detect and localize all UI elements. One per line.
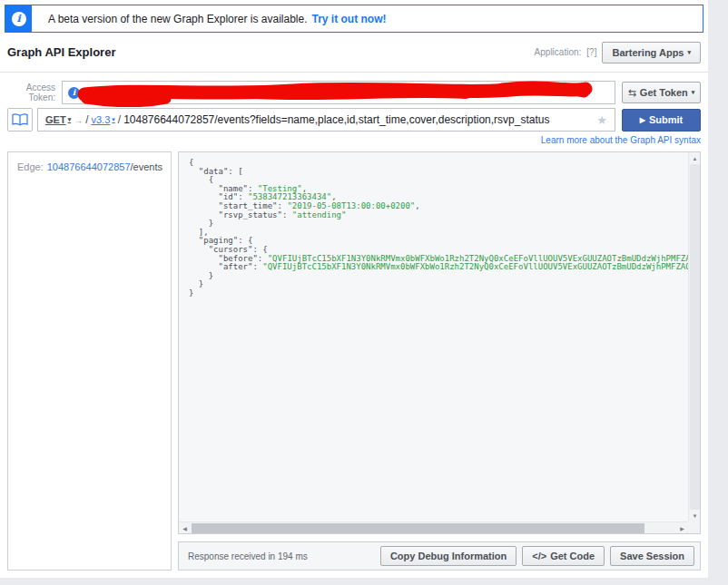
info-icon-glyph: i xyxy=(16,14,20,24)
response-footer: Response received in 194 ms Copy Debug I… xyxy=(178,541,701,570)
token-exchange-icon: ⇆ xyxy=(628,87,636,99)
scroll-left-icon[interactable]: ◀ xyxy=(179,522,191,534)
submit-button[interactable]: ▶ Submit xyxy=(622,109,701,132)
access-token-row: Access Token: i ⇆ Get Token ▾ xyxy=(7,81,701,104)
play-icon: ▶ xyxy=(640,116,645,124)
edge-panel: Edge:104876644072857/events xyxy=(7,151,172,570)
application-label: Application: xyxy=(535,47,582,57)
copy-debug-button[interactable]: Copy Debug Information xyxy=(380,546,516,566)
horizontal-scrollbar-thumb[interactable] xyxy=(192,523,644,533)
response-json: { "data": [ { "name": "Testing", "id": "… xyxy=(179,152,688,522)
graph-api-explorer-app: i A beta version of the new Graph Explor… xyxy=(0,0,708,578)
arrow-icon: → xyxy=(74,115,83,125)
redacted-token-scribble xyxy=(75,80,598,107)
save-session-button[interactable]: Save Session xyxy=(610,546,694,566)
vertical-scrollbar[interactable]: ▲ ▼ xyxy=(688,152,700,522)
scroll-right-icon[interactable]: ▶ xyxy=(676,522,688,534)
chevron-down-icon: ▾ xyxy=(112,116,115,123)
request-row: GET ▾ → / v3.3 ▾ / 104876644072857/event… xyxy=(7,108,701,132)
access-token-input[interactable]: i xyxy=(62,81,615,104)
method-selector[interactable]: GET ▾ xyxy=(45,114,71,125)
path-slash: / xyxy=(85,113,88,126)
response-time: Response received in 194 ms xyxy=(184,551,308,561)
try-it-out-link[interactable]: Try it out now! xyxy=(312,13,387,25)
application-help-link[interactable]: [?] xyxy=(586,47,596,57)
footer-buttons: Copy Debug Information </> Get Code Save… xyxy=(380,546,694,566)
vertical-scrollbar-thumb[interactable] xyxy=(690,164,700,510)
header-right: Application: [?] Bartering Apps ▾ xyxy=(535,42,701,63)
banner-message: A beta version of the new Graph Explorer… xyxy=(32,5,387,32)
open-book-icon xyxy=(12,113,28,126)
request-path[interactable]: 104876644072857/events?fields=name,place… xyxy=(123,113,594,126)
docs-button[interactable] xyxy=(7,108,33,132)
info-icon: i xyxy=(5,5,32,32)
chevron-down-icon: ▾ xyxy=(692,89,695,96)
scroll-up-icon[interactable]: ▲ xyxy=(689,152,701,164)
chevron-down-icon: ▾ xyxy=(68,116,72,123)
access-token-label: Access Token: xyxy=(7,83,62,102)
page-title: Graph API Explorer xyxy=(7,45,115,59)
chevron-down-icon: ▾ xyxy=(687,49,691,56)
edge-label: Edge: xyxy=(17,161,44,172)
edge-suffix: /events xyxy=(131,161,162,172)
submit-label: Submit xyxy=(649,114,683,125)
method-label: GET xyxy=(45,114,66,125)
syntax-row: Learn more about the Graph API syntax xyxy=(541,135,701,145)
application-selector-label: Bartering Apps xyxy=(612,47,684,58)
response-viewer[interactable]: { "data": [ { "name": "Testing", "id": "… xyxy=(178,151,701,534)
get-code-button[interactable]: </> Get Code xyxy=(522,546,605,566)
edge-id-link[interactable]: 104876644072857 xyxy=(47,161,131,172)
scroll-down-icon[interactable]: ▼ xyxy=(689,510,701,522)
get-token-label: Get Token xyxy=(640,87,688,98)
banner-text: A beta version of the new Graph Explorer… xyxy=(48,13,308,25)
path-slash: / xyxy=(118,113,121,126)
graph-api-syntax-link[interactable]: Learn more about the Graph API syntax xyxy=(541,135,701,145)
version-selector[interactable]: v3.3 ▾ xyxy=(91,114,114,125)
beta-banner: i A beta version of the new Graph Explor… xyxy=(5,5,703,33)
get-token-button[interactable]: ⇆ Get Token ▾ xyxy=(622,82,701,103)
version-label: v3.3 xyxy=(91,114,110,125)
info-icon-circle: i xyxy=(12,12,26,26)
scrollbar-corner xyxy=(688,522,700,533)
request-path-input[interactable]: GET ▾ → / v3.3 ▾ / 104876644072857/event… xyxy=(37,108,615,132)
code-icon: </> xyxy=(532,551,546,561)
horizontal-scrollbar[interactable]: ◀ ▶ xyxy=(179,522,688,533)
application-selector[interactable]: Bartering Apps ▾ xyxy=(602,42,701,63)
favorite-star-icon[interactable]: ★ xyxy=(596,113,607,127)
get-code-label: Get Code xyxy=(550,551,595,561)
app-header: Graph API Explorer Application: [?] Bart… xyxy=(0,33,708,73)
